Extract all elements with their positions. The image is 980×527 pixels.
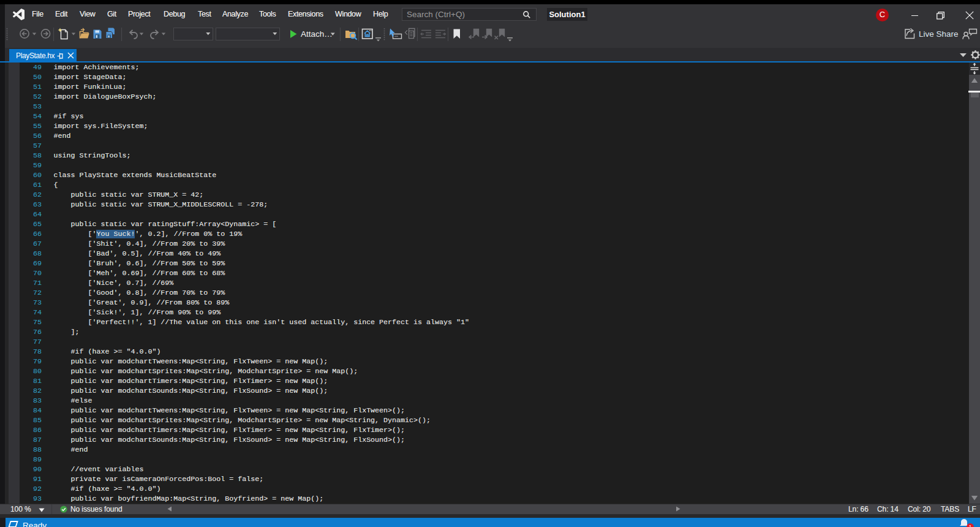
svg-text:Live Share: Live Share xyxy=(919,29,959,39)
svg-text:Attach…: Attach… xyxy=(301,29,333,39)
